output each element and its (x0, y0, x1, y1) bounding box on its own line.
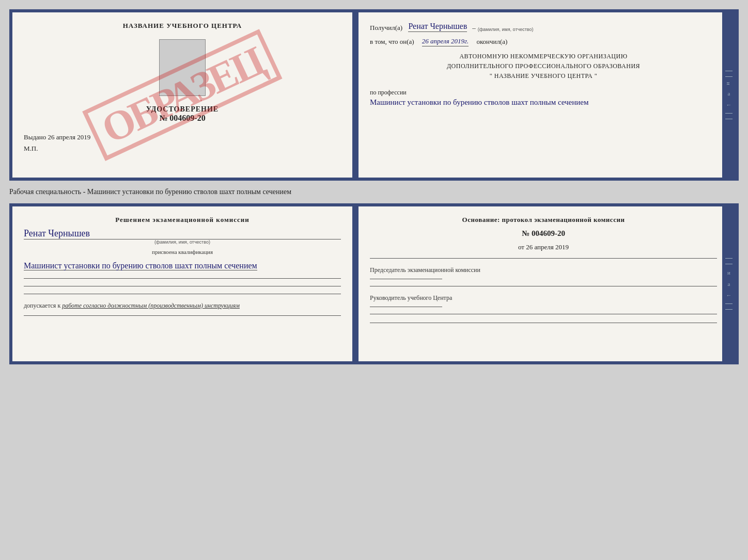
dash-top: – (472, 24, 476, 32)
okonchil-label: окончил(а) (476, 38, 507, 46)
fio-sub-top: (фамилия, имя, отчество) (478, 27, 534, 32)
org-line2: ДОПОЛНИТЕЛЬНОГО ПРОФЕССИОНАЛЬНОГО ОБРАЗО… (370, 61, 717, 71)
top-left-title: НАЗВАНИЕ УЧЕБНОГО ЦЕНТРА (123, 22, 242, 30)
rukovoditel-label: Руководитель учебного Центра (370, 293, 717, 302)
predsedatel-label: Председатель экзаменационной комиссии (370, 265, 717, 275)
vtom-label: в том, что он(а) (370, 38, 414, 46)
separator-bottom-1 (370, 258, 717, 259)
udostoverenie-label: УДОСТОВЕРЕНИЕ (146, 105, 219, 114)
spine-dash-4 (725, 119, 733, 119)
middle-label: Рабочая специальность - Машинист установ… (9, 186, 291, 198)
separator-3 (24, 294, 341, 294)
ot-label: от (518, 243, 524, 251)
predsedatel-sig-line (370, 279, 442, 279)
rukovoditel-sig-line (370, 307, 442, 307)
ot-date-value: 26 апреля 2019 (526, 243, 569, 251)
spine-dash-1 (725, 71, 733, 71)
spine-dash-b3 (725, 303, 733, 304)
photo-placeholder (159, 39, 206, 96)
dopuskaetsya-label: допускается к (24, 302, 60, 309)
spine-letter-i: и (726, 82, 732, 85)
spine-letter-ba: а (728, 281, 730, 287)
po-professii-label: по профессии (370, 89, 717, 97)
org-line3: " НАЗВАНИЕ УЧЕБНОГО ЦЕНТРА " (370, 71, 717, 81)
osnovanie-title: Основание: протокол экзаменационной коми… (370, 216, 717, 224)
spine-arrow: ← (726, 102, 732, 108)
separator-bottom-4 (370, 323, 717, 323)
spine-arrow-b: ← (726, 292, 732, 298)
separator-2 (24, 286, 341, 286)
vydano-date: 26 апреля 2019 (48, 133, 91, 141)
spine-letter-bi: и (727, 269, 730, 276)
spine-dash-2 (725, 76, 733, 77)
udostoverenie-number: № 004609-20 (146, 114, 219, 123)
poluchil-label: Получил(а) (370, 24, 402, 32)
separator-4 (24, 315, 341, 316)
spine-dash-3 (725, 113, 733, 114)
qualification: Машинист установки по бурению стволов ша… (24, 261, 257, 270)
spine-dash-b2 (725, 264, 733, 264)
spine-dash-b4 (725, 309, 733, 310)
org-line1: АВТОНОМНУЮ НЕКОММЕРЧЕСКУЮ ОРГАНИЗАЦИЮ (370, 52, 717, 61)
prisvoena-label: присвоена квалификация (24, 249, 341, 255)
separator-1 (24, 278, 341, 279)
mp-label: М.П. (24, 145, 38, 153)
vydano-line: Выдано 26 апреля 2019 (24, 133, 90, 141)
resheniem-title: Решением экзаменационной комиссии (24, 216, 341, 224)
protocol-number: № 004609-20 (370, 229, 717, 238)
recipient-name-top: Ренат Чернышев (408, 22, 467, 32)
dopusk-text: работе согласно должностным (производств… (62, 302, 240, 309)
profession-top: Машинист установки по бурению стволов ша… (370, 97, 717, 108)
spine-dash-b1 (725, 258, 733, 259)
spine-letter-a: а (728, 90, 730, 97)
recipient-name-bottom: Ренат Чернышев (24, 228, 341, 239)
completion-date-top: 26 апреля 2019г. (422, 37, 469, 46)
separator-bottom-3 (370, 314, 717, 314)
separator-bottom-2 (370, 286, 717, 286)
fio-sub-bottom: (фамилия, имя, отчество) (24, 239, 341, 245)
